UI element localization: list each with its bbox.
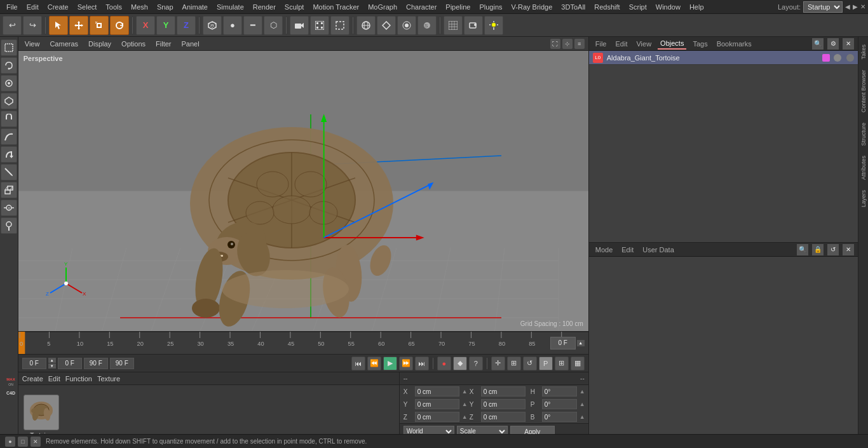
menu-file[interactable]: File [3,2,22,12]
vp-camera-icon[interactable]: ⊹ [562,39,573,49]
current-frame-input[interactable] [550,337,576,350]
menu-tools[interactable]: Tools [102,2,126,12]
menu-window[interactable]: Window [652,2,684,12]
timeline-ruler[interactable]: 0 5 10 15 20 25 [18,331,588,354]
menu-simulate[interactable]: Simulate [213,2,248,12]
grid-button[interactable] [444,16,463,35]
material-item[interactable]: Tortoise [24,395,59,439]
menu-vray[interactable]: V-Ray Bridge [508,2,557,12]
user-data-tab[interactable]: User Data [640,245,677,255]
attr-p-input[interactable] [542,399,577,409]
mat-edit-menu[interactable]: Edit [48,375,60,383]
layout-prev-icon[interactable]: ◀ [845,3,850,10]
grid-pb[interactable]: ⊞ [555,356,569,370]
objects-view-tab[interactable]: View [634,39,654,49]
attr-y-input[interactable] [415,399,459,409]
local-space-button[interactable] [377,16,396,35]
end-frame-input2[interactable] [110,358,134,369]
viewport-solo-button[interactable] [464,16,483,35]
attr-lock-btn[interactable]: 🔒 [812,244,824,255]
attr-b-input[interactable] [542,412,577,422]
mat-create-menu[interactable]: Create [22,375,43,383]
y-axis-button[interactable]: Y [156,16,175,35]
go-to-start-button[interactable]: ⏮ [351,356,365,370]
paint-button[interactable]: S [417,16,437,35]
vp-menu-panel[interactable]: Panel [179,39,201,48]
go-to-end-button[interactable]: ⏭ [415,356,429,370]
vp-menu-options[interactable]: Options [119,39,148,48]
attr-h-input[interactable] [542,386,577,397]
frame-nav-up[interactable]: ▲ [577,340,585,346]
z-axis-button[interactable]: Z [177,16,196,35]
extrude-button[interactable] [1,182,17,198]
vp-menu-cameras[interactable]: Cameras [47,39,81,48]
undo-button[interactable]: ↩ [3,16,22,35]
start-frame-input[interactable] [22,358,46,369]
redo-button[interactable]: ↪ [23,16,42,35]
attr-more-btn[interactable]: ✕ [843,244,854,255]
step-forward-button[interactable]: ⏩ [399,356,413,370]
layout-next-icon[interactable]: ▶ [853,3,858,10]
help-button[interactable]: ? [469,356,483,370]
rotate-tool-button[interactable] [110,16,129,35]
object-row-tortoise[interactable]: L0 Aldabra_Giant_Tortoise [589,51,858,65]
render-region-button[interactable] [330,16,349,35]
menu-3dtoall[interactable]: 3DToAll [557,2,589,12]
brush-button[interactable] [1,217,17,234]
x-axis-button[interactable]: X [136,16,155,35]
menu-snap[interactable]: Snap [153,2,177,12]
menu-animate[interactable]: Animate [179,2,212,12]
menu-plugins[interactable]: Plugins [475,2,506,12]
vtab-takes[interactable]: Takes [859,39,868,65]
move-tool-pb[interactable]: ✛ [491,356,505,370]
attr-search-btn[interactable]: 🔍 [797,244,808,255]
start-frame-down[interactable]: ▼ [48,363,56,369]
close-btn[interactable]: ✕ [843,38,854,50]
menu-motion-tracker[interactable]: Motion Tracker [309,2,363,12]
obj-settings-btn[interactable] [834,54,841,62]
vtab-layers[interactable]: Layers [859,185,868,212]
edge-mode-button[interactable]: ━ [243,16,262,35]
mat-function-menu[interactable]: Function [65,375,92,383]
vtab-content-browser[interactable]: Content Browser [859,65,868,118]
bookmarks-tab[interactable]: Bookmarks [714,39,754,49]
settings-btn[interactable]: ⚙ [827,38,839,50]
keyframe-button[interactable]: ◆ [453,356,467,370]
status-icon-1[interactable]: ● [5,437,15,447]
vp-menu-display[interactable]: Display [86,39,114,48]
world-space-button[interactable] [356,16,376,35]
vtab-attributes[interactable]: Attributes [859,151,868,185]
record-button[interactable]: ● [437,356,451,370]
menu-sculpt[interactable]: Sculpt [281,2,308,12]
scale-tool-pb[interactable]: ⊞ [507,356,521,370]
rotate-tool-pb[interactable]: ↺ [523,356,537,370]
magnet-button[interactable] [1,111,17,127]
vtab-structure[interactable]: Structure [859,118,868,151]
slide-button[interactable]: S [1,200,17,216]
layout-close-icon[interactable]: ✕ [860,3,865,10]
select-tool-button[interactable] [49,16,68,35]
light-button[interactable] [484,16,503,35]
viewport-canvas[interactable]: Y X Z Perspective Grid Spacing : 100 cm [18,51,588,331]
viewport[interactable]: View Cameras Display Options Filter Pane… [18,37,588,331]
camera-button[interactable] [290,16,309,35]
display-pb[interactable]: ▦ [571,356,585,370]
menu-mograph[interactable]: MoGraph [364,2,401,12]
paint-select-button[interactable] [1,75,17,92]
object-mode-button[interactable] [203,16,222,35]
menu-character[interactable]: Character [402,2,440,12]
menu-edit[interactable]: Edit [23,2,43,12]
poly-select-button[interactable] [1,93,17,109]
menu-redshift[interactable]: Redshift [590,2,623,12]
vp-menu-view[interactable]: View [22,39,43,48]
start-frame-up[interactable]: ▲ [48,358,56,363]
move-tool-button[interactable] [69,16,88,35]
attr-z-input[interactable] [415,412,459,422]
status-icon-2[interactable]: □ [18,437,28,447]
deform-button[interactable] [1,128,17,145]
knife-button[interactable] [1,164,17,180]
step-back-button[interactable]: ⏪ [367,356,381,370]
menu-render[interactable]: Render [249,2,280,12]
snap-button[interactable] [397,16,416,35]
lasso-button[interactable] [1,57,17,74]
